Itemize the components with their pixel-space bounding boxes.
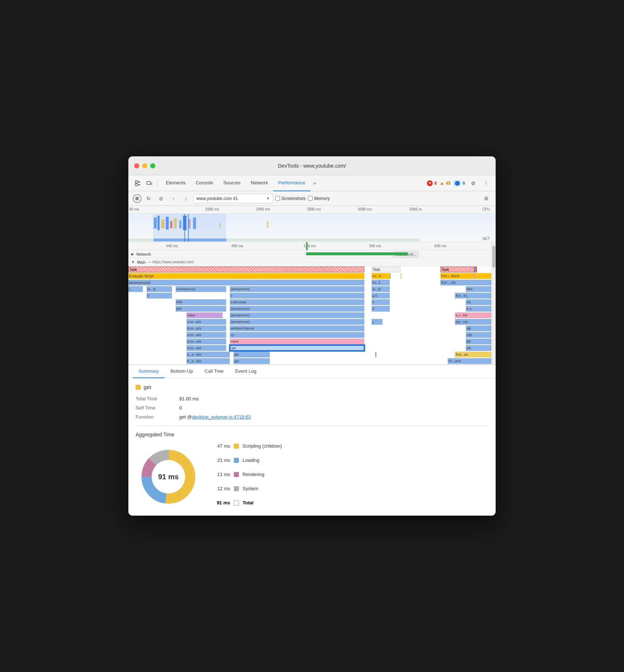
cy-block[interactable]: cy bbox=[230, 332, 364, 338]
tab-event-log[interactable]: Event Log bbox=[229, 365, 263, 378]
fullscreen-button[interactable] bbox=[150, 163, 155, 168]
flame-mark-3: 596 ms bbox=[369, 244, 381, 248]
timeline-area[interactable]: 96 ms 1996 ms 2996 ms 3996 ms 4996 ms 59… bbox=[128, 206, 496, 242]
screenshots-checkbox[interactable] bbox=[275, 196, 280, 201]
scrollbar-thumb[interactable] bbox=[492, 246, 495, 268]
inspector-icon[interactable] bbox=[133, 178, 143, 188]
v-block[interactable]: V bbox=[147, 293, 172, 299]
kjb-block[interactable]: kjb bbox=[466, 339, 491, 344]
mini-yellow bbox=[401, 273, 401, 279]
more-tabs-button[interactable]: » bbox=[311, 180, 319, 186]
bla-block[interactable]: Bla bbox=[466, 306, 491, 312]
xcoa-block[interactable]: x.co...ack bbox=[187, 319, 227, 325]
memory-checkbox[interactable] bbox=[308, 196, 313, 201]
flame-row-14: b._e...ties get f.fi...vent bbox=[128, 358, 491, 364]
run-block[interactable]: Run ...sks bbox=[440, 280, 491, 285]
aet-block[interactable]: a._e...ties bbox=[187, 352, 230, 357]
tab-summary[interactable]: Summary bbox=[133, 365, 165, 378]
gear-icon2[interactable]: ⚙ bbox=[481, 193, 491, 204]
function-link[interactable]: desktop_polymer.js:4718:63 bbox=[192, 414, 251, 420]
agg-ms-3: 12 ms bbox=[212, 486, 230, 491]
close-button[interactable] bbox=[134, 163, 139, 168]
ecoa-block[interactable]: e.co...ack bbox=[187, 345, 227, 351]
ffivent-block[interactable]: f.fi...vent bbox=[448, 358, 491, 364]
v-small-block[interactable]: v bbox=[230, 293, 364, 299]
reload-icon[interactable]: ↻ bbox=[144, 193, 154, 204]
main-arrow[interactable]: ▼ bbox=[131, 260, 135, 264]
agg-ms-1: 21 ms bbox=[212, 457, 230, 463]
value-block[interactable]: value bbox=[187, 312, 223, 318]
v-right[interactable]: V bbox=[372, 299, 390, 305]
tab-bottom-up[interactable]: Bottom-Up bbox=[165, 365, 199, 378]
task-block-0[interactable]: Task bbox=[128, 267, 364, 272]
gs-block[interactable]: g.S bbox=[372, 293, 390, 299]
adecoate-block[interactable]: a.decorate bbox=[230, 299, 364, 305]
anonymous-block-0[interactable]: (anonymous) bbox=[128, 280, 364, 285]
mjb-block[interactable]: mjb bbox=[466, 332, 491, 338]
as-right[interactable]: (a...s) bbox=[372, 286, 390, 292]
minimize-button[interactable] bbox=[142, 163, 147, 168]
fire-block[interactable]: Fire l...llback bbox=[440, 273, 491, 279]
network-section-row: ▶ Network success.m... bbox=[128, 250, 491, 258]
phb-block[interactable]: Phb bbox=[176, 299, 227, 305]
anon-phb[interactable]: (anonymous) bbox=[230, 306, 364, 312]
get-block-selected[interactable]: get bbox=[230, 345, 364, 351]
dcoa-block[interactable]: d.co...ack bbox=[187, 325, 227, 331]
anon-block-0[interactable]: (anonymous) bbox=[176, 286, 227, 292]
eveed-block[interactable]: Eve...ed bbox=[455, 352, 491, 357]
dots-block[interactable]: (... bbox=[128, 286, 143, 292]
yib-block[interactable]: yib bbox=[466, 345, 491, 351]
get-sub[interactable]: get bbox=[233, 352, 270, 357]
tab-console[interactable]: Console bbox=[191, 175, 218, 191]
as-block[interactable]: (a...s) bbox=[147, 286, 172, 292]
timeline-ruler: 96 ms 1996 ms 2996 ms 3996 ms 4996 ms 59… bbox=[128, 206, 496, 214]
ejled-block[interactable]: e.J...led bbox=[455, 312, 491, 318]
anon-x[interactable]: (anonymous) bbox=[230, 319, 364, 325]
legend-area: 47 ms Scripting (children) 21 ms Loading… bbox=[212, 443, 282, 510]
acoa-block-1[interactable]: a.co...ack bbox=[187, 339, 227, 344]
agg-swatch-3 bbox=[234, 486, 239, 491]
download-icon[interactable]: ↓ bbox=[181, 193, 191, 204]
memory-checkbox-group: Memory bbox=[308, 196, 330, 201]
phb-lower[interactable]: phb bbox=[176, 306, 227, 312]
annd-block[interactable]: An...d bbox=[372, 273, 390, 279]
siks-block[interactable]: $i.e...ks_ bbox=[455, 293, 491, 299]
url-dropdown-icon[interactable]: ▼ bbox=[266, 196, 270, 200]
responsive-icon[interactable] bbox=[144, 178, 155, 188]
vertical-scrollbar[interactable] bbox=[491, 242, 496, 364]
record-button[interactable] bbox=[133, 194, 141, 203]
clear-icon[interactable]: ⊘ bbox=[156, 193, 166, 204]
polymer-block[interactable]: window.Polymer bbox=[230, 325, 364, 331]
evaluate-block[interactable]: Evaluate Script bbox=[128, 273, 364, 279]
info-count: 6 bbox=[463, 181, 465, 186]
full-block[interactable]: Fu...ll bbox=[372, 280, 390, 285]
upload-icon[interactable]: ↑ bbox=[168, 193, 179, 204]
tab-elements[interactable]: Elements bbox=[161, 175, 191, 191]
net-label: NET bbox=[483, 237, 490, 241]
more-options-icon[interactable]: ⋮ bbox=[481, 178, 491, 188]
acoa-block-0[interactable]: a.co...ack bbox=[187, 332, 227, 338]
mini-purple-1 bbox=[468, 306, 469, 311]
qjb-block[interactable]: qjb bbox=[466, 325, 491, 331]
anon-block-1[interactable]: (anonymous) bbox=[230, 286, 364, 292]
get-sub-2[interactable]: get bbox=[233, 358, 270, 364]
bet-block[interactable]: b._e...ties bbox=[187, 358, 230, 364]
settings-icon[interactable]: ⚙ bbox=[468, 178, 478, 188]
anus-block[interactable]: (an...us) bbox=[455, 319, 491, 325]
flame-area[interactable]: 446 ms 496 ms 546 ms 596 ms 646 ms ▶ Net… bbox=[128, 242, 491, 364]
network-arrow[interactable]: ▶ bbox=[131, 252, 134, 256]
self-time-row: Self Time 0 bbox=[136, 405, 488, 411]
j-block[interactable]: j... bbox=[372, 319, 383, 325]
timeline-chart[interactable]: NET bbox=[128, 214, 496, 242]
flame-row-5: Phb a.decorate V xla bbox=[128, 299, 491, 305]
tab-call-tree[interactable]: Call Tree bbox=[199, 365, 229, 378]
tab-sources[interactable]: Sources bbox=[218, 175, 246, 191]
s-block[interactable]: S bbox=[372, 306, 390, 312]
rka-block[interactable]: Rka bbox=[466, 286, 491, 292]
task-block-1[interactable]: Task bbox=[372, 267, 401, 272]
tab-performance[interactable]: Performance bbox=[273, 175, 310, 191]
xla-block[interactable]: xla bbox=[466, 299, 491, 305]
anon-value[interactable]: (anonymous) bbox=[230, 312, 364, 318]
tab-network[interactable]: Network bbox=[246, 175, 273, 191]
value-pink[interactable]: value bbox=[230, 339, 364, 344]
